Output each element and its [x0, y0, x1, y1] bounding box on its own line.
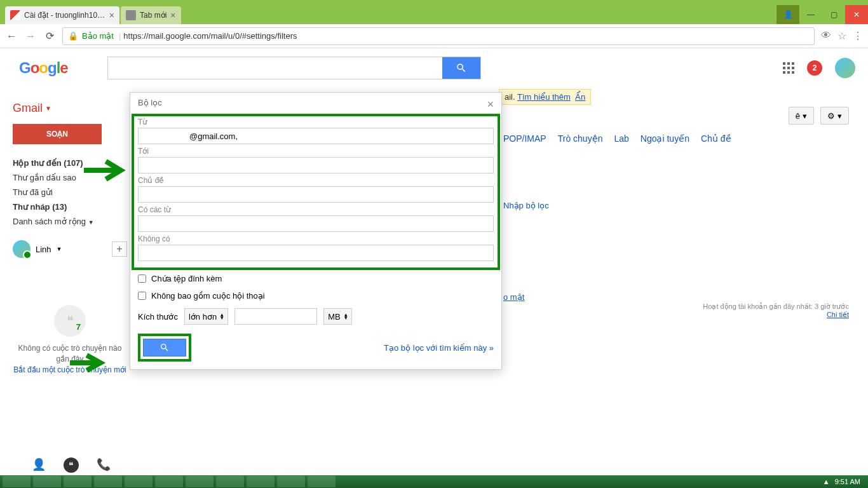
size-value-input[interactable]: [234, 308, 317, 325]
tab-title: Tab mới: [140, 11, 166, 20]
hide-link[interactable]: Ẩn: [575, 92, 585, 102]
chat-avatar[interactable]: [13, 240, 31, 258]
google-logo[interactable]: Google: [19, 59, 68, 77]
annotation-arrow-icon: [84, 159, 128, 182]
has-words-label: Có các từ: [138, 205, 494, 214]
star-icon[interactable]: ☆: [837, 30, 846, 42]
tray-icon[interactable]: ▲: [823, 478, 830, 485]
menu-icon[interactable]: ⋮: [853, 30, 863, 42]
browser-tab[interactable]: Tab mới ×: [121, 6, 181, 24]
close-window-button[interactable]: ✕: [845, 5, 868, 24]
url-input[interactable]: 🔒 Bảo mật | https://mail.google.com/mail…: [62, 27, 815, 45]
eye-icon[interactable]: 👁: [821, 30, 831, 42]
tab-pop-imap[interactable]: POP/IMAP: [503, 133, 546, 144]
taskbar-app-icon[interactable]: [125, 476, 153, 487]
chat-username[interactable]: Linh: [36, 245, 51, 254]
phone-icon[interactable]: 📞: [97, 458, 111, 473]
maximize-button[interactable]: ▢: [822, 5, 845, 24]
taskbar-app-icon[interactable]: [277, 476, 305, 487]
sidebar-item-drafts[interactable]: Thư nháp (13): [13, 200, 127, 214]
clock[interactable]: 9:51 AM: [835, 478, 860, 485]
gmail-dropdown[interactable]: Gmail▼: [13, 102, 127, 115]
tab-lab[interactable]: Lab: [614, 133, 628, 144]
from-input[interactable]: [138, 128, 494, 144]
has-attachment-checkbox[interactable]: [138, 274, 146, 283]
account-activity: Hoạt động tài khoản gần đây nhất: 3 giờ …: [703, 302, 849, 319]
minimize-button[interactable]: —: [799, 5, 822, 24]
chevron-down-icon: ▼: [88, 219, 94, 226]
add-contact-button[interactable]: +: [112, 241, 127, 257]
tab-chat[interactable]: Trò chuyện: [558, 133, 603, 144]
activity-detail-link[interactable]: Chi tiết: [827, 311, 849, 318]
close-icon[interactable]: ×: [487, 98, 494, 111]
person-icon[interactable]: 👤: [32, 458, 46, 473]
tab-offline[interactable]: Ngoại tuyến: [641, 133, 689, 144]
info-banner: ail. Tìm hiểu thêm Ẩn: [499, 89, 591, 105]
chevron-down-icon: ▾: [837, 111, 842, 121]
user-window-icon[interactable]: 👤: [776, 5, 799, 24]
address-bar: ← → ⟳ 🔒 Bảo mật | https://mail.google.co…: [0, 24, 868, 48]
taskbar-app-icon[interactable]: [186, 476, 214, 487]
sidebar-item-sent[interactable]: Thư đã gửi: [13, 185, 127, 200]
taskbar-app-icon[interactable]: [247, 476, 275, 487]
secure-label: Bảo mật: [82, 31, 114, 41]
subject-label: Chủ đề: [138, 176, 494, 185]
create-filter-link[interactable]: Tạo bộ lọc với tìm kiếm này »: [384, 343, 494, 353]
close-icon[interactable]: ×: [170, 11, 175, 20]
to-input[interactable]: [138, 157, 494, 173]
to-label: Tới: [138, 147, 494, 156]
chevron-down-icon: ▾: [803, 111, 807, 121]
browser-tab[interactable]: Cài đặt - truonglinh1092 ×: [5, 6, 119, 24]
taskbar-app-icon[interactable]: [155, 476, 183, 487]
import-filter-link[interactable]: Nhập bộ lọc: [503, 201, 549, 210]
filter-search-button[interactable]: [143, 339, 186, 356]
tab-themes[interactable]: Chủ đề: [701, 133, 731, 144]
exclude-chats-checkbox[interactable]: [138, 292, 146, 300]
apps-icon[interactable]: [783, 62, 794, 74]
close-icon[interactable]: ×: [109, 11, 114, 20]
search-icon: [456, 62, 467, 74]
reload-button[interactable]: ⟳: [43, 30, 56, 43]
search-input[interactable]: [108, 57, 442, 79]
exclude-chats-label: Không bao gồm cuộc hội thoại: [151, 291, 265, 301]
url-text: https://mail.google.com/mail/u/0/#settin…: [123, 31, 297, 41]
subject-input[interactable]: [138, 186, 494, 203]
search-box: [107, 57, 481, 79]
lock-icon: 🔒: [68, 31, 78, 41]
filter-title: Bộ lọc: [138, 98, 162, 111]
notification-badge[interactable]: 2: [807, 60, 822, 76]
back-button[interactable]: ←: [5, 30, 18, 43]
avatar[interactable]: [835, 58, 855, 78]
search-button-highlight: [138, 334, 191, 362]
hangouts-icon[interactable]: ❝7: [54, 305, 86, 337]
hangouts-nav-icon[interactable]: ❝: [64, 458, 79, 473]
search-button[interactable]: [442, 57, 480, 79]
taskbar-app-icon[interactable]: [216, 476, 244, 487]
filter-fields-highlight: Từ Tới Chủ đề Có các từ Không có: [132, 114, 500, 270]
has-words-input[interactable]: [138, 215, 494, 232]
language-button[interactable]: ê▾: [789, 107, 814, 125]
chevron-down-icon: ▼: [45, 105, 51, 112]
partial-link[interactable]: o mật: [503, 292, 524, 302]
chevron-down-icon[interactable]: ▼: [57, 246, 62, 252]
filter-dialog: Bộ lọc × Từ Tới Chủ đề Có các từ Không c…: [130, 92, 502, 370]
not-has-input[interactable]: [138, 245, 494, 261]
browser-tab-strip: Cài đặt - truonglinh1092 × Tab mới × 👤 —…: [0, 5, 868, 24]
gear-icon: ⚙: [827, 111, 835, 121]
sidebar-expand[interactable]: Danh sách mở rộng ▼: [13, 214, 127, 229]
size-unit-select[interactable]: MB▴▾: [323, 308, 352, 325]
size-label: Kích thước: [138, 312, 178, 322]
compose-button[interactable]: SOẠN: [13, 124, 102, 144]
taskbar-app-icon[interactable]: [33, 476, 61, 487]
settings-button[interactable]: ⚙▾: [820, 107, 849, 125]
tab-title: Cài đặt - truonglinh1092: [24, 11, 105, 20]
gmail-favicon-icon: [10, 10, 20, 20]
from-label: Từ: [138, 118, 494, 126]
taskbar-app-icon[interactable]: [64, 476, 92, 487]
size-operator-select[interactable]: lớn hơn▴▾: [184, 308, 228, 325]
forward-button[interactable]: →: [24, 30, 37, 43]
learn-more-link[interactable]: Tìm hiểu thêm: [517, 92, 571, 102]
taskbar-app-icon[interactable]: [308, 476, 336, 487]
start-button[interactable]: [3, 476, 31, 487]
taskbar-app-icon[interactable]: [94, 476, 122, 487]
